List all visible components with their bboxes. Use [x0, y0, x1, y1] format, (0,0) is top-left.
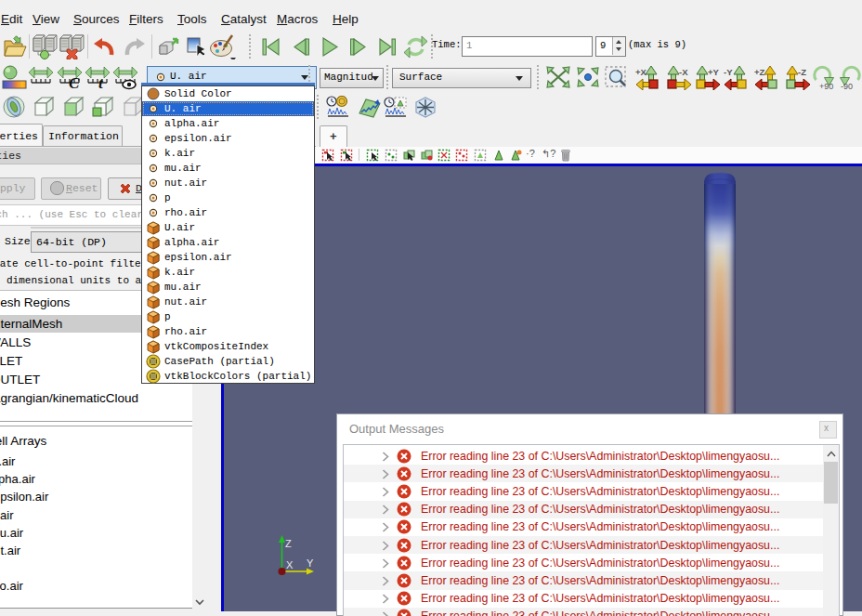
svg-text:+Z: +Z	[754, 67, 765, 77]
svg-text:-90: -90	[841, 82, 853, 90]
svg-text:Z: Z	[285, 538, 292, 549]
svg-text:X: X	[286, 559, 294, 570]
svg-text:+X: +X	[635, 67, 647, 77]
svg-text:-X: -X	[679, 67, 688, 77]
svg-text:+Y: +Y	[708, 67, 720, 77]
svg-text:-Z: -Z	[798, 67, 806, 77]
svg-text:+90: +90	[819, 82, 833, 90]
svg-text:-Y: -Y	[724, 67, 733, 77]
svg-text:Y: Y	[307, 557, 314, 569]
svg-text:C: C	[69, 74, 80, 90]
